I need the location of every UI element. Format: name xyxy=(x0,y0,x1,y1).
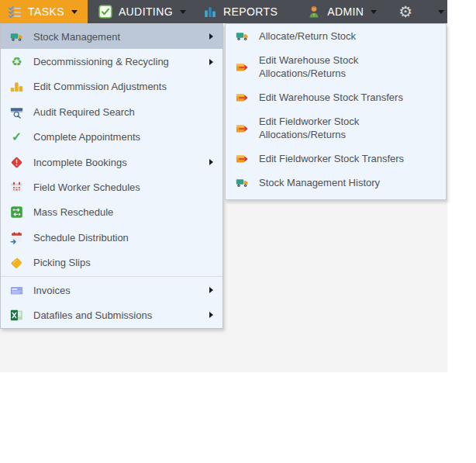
reschedule-icon xyxy=(10,206,23,219)
submenu-item-label: Stock Management History xyxy=(259,176,380,189)
auditing-checkbox-icon xyxy=(98,5,112,19)
submenu-item-label: Edit Fieldworker Stock Transfers xyxy=(259,152,404,165)
menu-item-decommissioning-recycling[interactable]: ♻Decommissioning & Recycling xyxy=(1,49,222,74)
app-window: TASKSAUDITINGREPORTSADMIN⚙ Stock Managem… xyxy=(0,0,447,372)
box-arrow-icon xyxy=(236,152,249,165)
check-icon: ✓ xyxy=(10,130,23,143)
invoice-icon xyxy=(10,284,23,297)
menu-item-invoices[interactable]: Invoices xyxy=(1,278,222,302)
truck-icon xyxy=(236,176,249,189)
submenu-arrow-icon xyxy=(209,159,213,165)
menu-item-edit-commission-adjustments[interactable]: Edit Commission Adjustments xyxy=(1,74,222,99)
calendar-icon xyxy=(10,181,23,194)
submenu-item-edit-warehouse-stock-allocations-returns[interactable]: Edit Warehouse Stock Allocations/Returns xyxy=(226,48,446,85)
truck-icon xyxy=(10,30,23,43)
menubar: TASKSAUDITINGREPORTSADMIN⚙ xyxy=(0,0,447,23)
box-arrow-icon xyxy=(236,91,249,104)
submenu-item-label: Edit Fieldworker Stock Allocations/Retur… xyxy=(259,115,434,141)
truck-icon xyxy=(236,29,249,43)
caret-down-icon xyxy=(180,10,186,14)
menu-item-label: Stock Management xyxy=(33,31,120,43)
menubar-item-label: AUDITING xyxy=(119,5,173,18)
coins-icon xyxy=(10,80,23,93)
tasks-checklist-icon xyxy=(8,5,22,19)
menu-item-datafiles-and-submissions[interactable]: Datafiles and Submissions xyxy=(1,302,222,327)
menu-item-picking-slips[interactable]: Picking Slips xyxy=(1,251,222,275)
submenu-arrow-icon xyxy=(209,33,213,40)
menu-item-label: Datafiles and Submissions xyxy=(33,309,152,321)
menu-item-label: Invoices xyxy=(33,285,71,296)
menu-item-label: Mass Reschedule xyxy=(33,206,113,218)
menubar-item-settings-gear[interactable]: ⚙ xyxy=(392,0,419,23)
menu-item-field-worker-schedules[interactable]: Field Worker Schedules xyxy=(1,174,222,199)
submenu-item-stock-management-history[interactable]: Stock Management History xyxy=(226,171,446,195)
alert-diamond-icon xyxy=(10,156,23,169)
menu-item-label: Edit Commission Adjustments xyxy=(33,81,167,92)
box-arrow-icon xyxy=(236,122,249,135)
box-arrow-icon xyxy=(236,60,249,74)
menu-item-complete-appointments[interactable]: ✓Complete Appointments xyxy=(1,125,222,150)
menu-item-audit-required-search[interactable]: Audit Required Search xyxy=(1,99,222,124)
menu-item-label: Audit Required Search xyxy=(33,106,135,118)
submenu-arrow-icon xyxy=(209,312,213,318)
submenu-item-label: Allocate/Return Stock xyxy=(259,29,356,43)
submenu-arrow-icon xyxy=(209,59,213,65)
menubar-item-label: TASKS xyxy=(28,5,64,18)
menubar-item-more[interactable] xyxy=(425,0,450,23)
page-background: { "colors": { "bar_bg": "#4A4E54", "acce… xyxy=(0,0,476,463)
submenu-item-label: Edit Warehouse Stock Allocations/Returns xyxy=(259,54,434,80)
menu-item-mass-reschedule[interactable]: Mass Reschedule xyxy=(1,200,222,225)
menubar-item-label: REPORTS xyxy=(223,5,278,18)
tasks-dropdown-panel: Stock Management♻Decommissioning & Recyc… xyxy=(0,23,223,329)
audit-search-icon xyxy=(10,105,23,119)
submenu-item-edit-warehouse-stock-transfers[interactable]: Edit Warehouse Stock Transfers xyxy=(226,85,446,109)
menubar-item-auditing[interactable]: AUDITING xyxy=(92,0,192,23)
menubar-item-admin[interactable]: ADMIN xyxy=(301,0,383,23)
menu-item-label: Complete Appointments xyxy=(33,131,140,143)
menu-item-schedule-distribution[interactable]: Schedule Distribution xyxy=(1,225,222,250)
menubar-item-label: ADMIN xyxy=(327,5,364,18)
menu-item-label: Decommissioning & Recycling xyxy=(33,56,169,67)
settings-gear-icon: ⚙ xyxy=(398,5,412,19)
menu-separator xyxy=(1,276,222,277)
menu-item-incomplete-bookings[interactable]: Incomplete Bookings xyxy=(1,150,222,174)
submenu-item-edit-fieldworker-stock-allocations-returns[interactable]: Edit Fieldworker Stock Allocations/Retur… xyxy=(226,109,446,147)
caret-down-icon xyxy=(438,10,444,14)
stock-management-submenu: Allocate/Return StockEdit Warehouse Stoc… xyxy=(225,23,447,200)
submenu-item-edit-fieldworker-stock-transfers[interactable]: Edit Fieldworker Stock Transfers xyxy=(226,147,446,171)
caret-down-icon xyxy=(371,10,377,14)
submenu-item-label: Edit Warehouse Stock Transfers xyxy=(259,91,403,104)
menu-item-label: Picking Slips xyxy=(33,257,91,268)
menubar-item-reports[interactable]: REPORTS xyxy=(197,0,284,23)
menu-item-label: Schedule Distribution xyxy=(33,232,129,244)
menu-item-label: Incomplete Bookings xyxy=(33,157,127,168)
menubar-item-tasks[interactable]: TASKS xyxy=(0,0,88,23)
caret-down-icon xyxy=(71,10,78,14)
menu-item-stock-management[interactable]: Stock Management xyxy=(1,24,222,49)
tag-icon xyxy=(10,256,23,269)
recycle-icon: ♻ xyxy=(10,55,23,68)
admin-user-icon xyxy=(307,5,321,19)
reports-chart-icon xyxy=(203,5,217,19)
excel-icon xyxy=(10,309,23,322)
submenu-item-allocate-return-stock[interactable]: Allocate/Return Stock xyxy=(226,24,446,48)
submenu-arrow-icon xyxy=(209,287,213,293)
calendar-arrow-icon xyxy=(10,231,23,244)
menu-item-label: Field Worker Schedules xyxy=(33,181,140,193)
